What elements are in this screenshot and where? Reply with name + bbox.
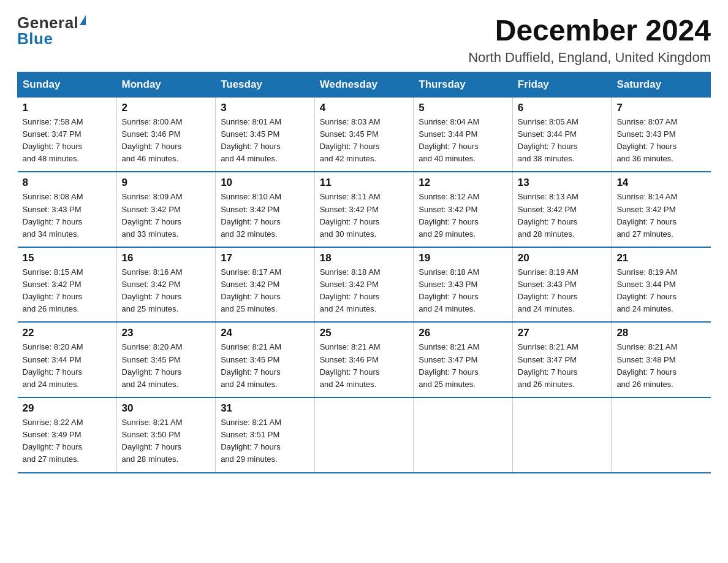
day-info: Sunrise: 8:11 AM Sunset: 3:42 PM Dayligh… <box>320 191 409 240</box>
day-info: Sunrise: 8:00 AM Sunset: 3:46 PM Dayligh… <box>122 116 211 166</box>
day-info: Sunrise: 8:16 AM Sunset: 3:42 PM Dayligh… <box>122 266 211 316</box>
calendar-header-wednesday: Wednesday <box>314 72 414 97</box>
calendar-cell: 14Sunrise: 8:14 AM Sunset: 3:42 PM Dayli… <box>612 172 711 247</box>
day-number: 25 <box>320 327 409 339</box>
calendar-cell: 2Sunrise: 8:00 AM Sunset: 3:46 PM Daylig… <box>116 97 216 172</box>
day-info: Sunrise: 8:01 AM Sunset: 3:45 PM Dayligh… <box>221 116 309 166</box>
calendar-cell: 29Sunrise: 8:22 AM Sunset: 3:49 PM Dayli… <box>18 397 117 473</box>
calendar-cell: 7Sunrise: 8:07 AM Sunset: 3:43 PM Daylig… <box>612 97 711 172</box>
calendar-week-row: 22Sunrise: 8:20 AM Sunset: 3:44 PM Dayli… <box>18 322 711 397</box>
day-info: Sunrise: 8:05 AM Sunset: 3:44 PM Dayligh… <box>518 116 607 166</box>
calendar-header-saturday: Saturday <box>612 72 711 97</box>
calendar-header-monday: Monday <box>116 72 216 97</box>
day-info: Sunrise: 8:21 AM Sunset: 3:47 PM Dayligh… <box>518 341 607 391</box>
calendar-cell: 3Sunrise: 8:01 AM Sunset: 3:45 PM Daylig… <box>216 97 315 172</box>
calendar-cell <box>414 397 513 473</box>
day-number: 14 <box>616 177 705 189</box>
calendar-cell: 23Sunrise: 8:20 AM Sunset: 3:45 PM Dayli… <box>116 322 216 397</box>
calendar-cell: 13Sunrise: 8:13 AM Sunset: 3:42 PM Dayli… <box>512 172 612 247</box>
day-number: 28 <box>616 327 705 339</box>
calendar-cell: 30Sunrise: 8:21 AM Sunset: 3:50 PM Dayli… <box>116 397 216 473</box>
day-info: Sunrise: 8:15 AM Sunset: 3:42 PM Dayligh… <box>23 266 112 316</box>
calendar-cell: 21Sunrise: 8:19 AM Sunset: 3:44 PM Dayli… <box>612 247 711 323</box>
day-info: Sunrise: 7:58 AM Sunset: 3:47 PM Dayligh… <box>23 116 112 166</box>
day-number: 20 <box>518 252 607 264</box>
day-number: 17 <box>221 252 309 264</box>
day-number: 16 <box>122 252 211 264</box>
calendar-header-tuesday: Tuesday <box>216 72 315 97</box>
day-number: 18 <box>320 252 409 264</box>
calendar-cell: 20Sunrise: 8:19 AM Sunset: 3:43 PM Dayli… <box>512 247 612 323</box>
calendar-cell: 24Sunrise: 8:21 AM Sunset: 3:45 PM Dayli… <box>216 322 315 397</box>
day-info: Sunrise: 8:04 AM Sunset: 3:44 PM Dayligh… <box>419 116 507 166</box>
calendar-header-thursday: Thursday <box>414 72 513 97</box>
calendar-cell: 5Sunrise: 8:04 AM Sunset: 3:44 PM Daylig… <box>414 97 513 172</box>
day-number: 1 <box>23 102 112 114</box>
day-info: Sunrise: 8:07 AM Sunset: 3:43 PM Dayligh… <box>616 116 705 166</box>
calendar-cell: 26Sunrise: 8:21 AM Sunset: 3:47 PM Dayli… <box>414 322 513 397</box>
calendar-header-sunday: Sunday <box>18 72 117 97</box>
calendar-cell: 6Sunrise: 8:05 AM Sunset: 3:44 PM Daylig… <box>512 97 612 172</box>
day-number: 27 <box>518 327 607 339</box>
day-info: Sunrise: 8:21 AM Sunset: 3:46 PM Dayligh… <box>320 341 409 391</box>
calendar-cell: 15Sunrise: 8:15 AM Sunset: 3:42 PM Dayli… <box>18 247 117 323</box>
day-info: Sunrise: 8:21 AM Sunset: 3:48 PM Dayligh… <box>616 341 705 391</box>
calendar-table: SundayMondayTuesdayWednesdayThursdayFrid… <box>17 72 711 473</box>
day-number: 5 <box>419 102 507 114</box>
day-number: 30 <box>122 402 211 415</box>
day-info: Sunrise: 8:09 AM Sunset: 3:42 PM Dayligh… <box>122 191 211 240</box>
day-number: 23 <box>122 327 211 339</box>
calendar-week-row: 8Sunrise: 8:08 AM Sunset: 3:43 PM Daylig… <box>18 172 711 247</box>
calendar-subtitle: North Duffield, England, United Kingdom <box>468 50 711 66</box>
calendar-header-friday: Friday <box>512 72 612 97</box>
day-number: 2 <box>122 102 211 114</box>
calendar-cell: 11Sunrise: 8:11 AM Sunset: 3:42 PM Dayli… <box>314 172 414 247</box>
page-header: General Blue December 2024 North Duffiel… <box>17 15 711 66</box>
calendar-cell: 25Sunrise: 8:21 AM Sunset: 3:46 PM Dayli… <box>314 322 414 397</box>
day-number: 24 <box>221 327 309 339</box>
day-info: Sunrise: 8:21 AM Sunset: 3:51 PM Dayligh… <box>221 416 309 466</box>
day-info: Sunrise: 8:12 AM Sunset: 3:42 PM Dayligh… <box>419 191 507 240</box>
calendar-cell <box>612 397 711 473</box>
calendar-cell: 16Sunrise: 8:16 AM Sunset: 3:42 PM Dayli… <box>116 247 216 323</box>
title-block: December 2024 North Duffield, England, U… <box>468 15 711 66</box>
day-info: Sunrise: 8:19 AM Sunset: 3:43 PM Dayligh… <box>518 266 607 316</box>
day-info: Sunrise: 8:21 AM Sunset: 3:50 PM Dayligh… <box>122 416 211 466</box>
day-number: 21 <box>616 252 705 264</box>
calendar-cell: 28Sunrise: 8:21 AM Sunset: 3:48 PM Dayli… <box>612 322 711 397</box>
calendar-cell: 22Sunrise: 8:20 AM Sunset: 3:44 PM Dayli… <box>18 322 117 397</box>
day-number: 12 <box>419 177 507 189</box>
day-number: 7 <box>616 102 705 114</box>
day-info: Sunrise: 8:19 AM Sunset: 3:44 PM Dayligh… <box>616 266 705 316</box>
day-number: 6 <box>518 102 607 114</box>
calendar-week-row: 29Sunrise: 8:22 AM Sunset: 3:49 PM Dayli… <box>18 397 711 473</box>
day-number: 15 <box>23 252 112 264</box>
calendar-cell: 1Sunrise: 7:58 AM Sunset: 3:47 PM Daylig… <box>18 97 117 172</box>
calendar-cell: 4Sunrise: 8:03 AM Sunset: 3:45 PM Daylig… <box>314 97 414 172</box>
day-info: Sunrise: 8:17 AM Sunset: 3:42 PM Dayligh… <box>221 266 309 316</box>
calendar-cell <box>314 397 414 473</box>
day-info: Sunrise: 8:18 AM Sunset: 3:43 PM Dayligh… <box>419 266 507 316</box>
day-info: Sunrise: 8:21 AM Sunset: 3:45 PM Dayligh… <box>221 341 309 391</box>
day-number: 10 <box>221 177 309 189</box>
day-number: 11 <box>320 177 409 189</box>
calendar-cell: 8Sunrise: 8:08 AM Sunset: 3:43 PM Daylig… <box>18 172 117 247</box>
day-info: Sunrise: 8:18 AM Sunset: 3:42 PM Dayligh… <box>320 266 409 316</box>
day-info: Sunrise: 8:10 AM Sunset: 3:42 PM Dayligh… <box>221 191 309 240</box>
day-number: 26 <box>419 327 507 339</box>
calendar-week-row: 1Sunrise: 7:58 AM Sunset: 3:47 PM Daylig… <box>18 97 711 172</box>
logo-triangle-icon <box>80 15 86 25</box>
day-number: 4 <box>320 102 409 114</box>
day-info: Sunrise: 8:08 AM Sunset: 3:43 PM Dayligh… <box>23 191 112 240</box>
day-info: Sunrise: 8:14 AM Sunset: 3:42 PM Dayligh… <box>616 191 705 240</box>
calendar-cell: 10Sunrise: 8:10 AM Sunset: 3:42 PM Dayli… <box>216 172 315 247</box>
day-number: 29 <box>23 402 112 415</box>
calendar-cell: 19Sunrise: 8:18 AM Sunset: 3:43 PM Dayli… <box>414 247 513 323</box>
day-info: Sunrise: 8:13 AM Sunset: 3:42 PM Dayligh… <box>518 191 607 240</box>
day-number: 3 <box>221 102 309 114</box>
calendar-cell <box>512 397 612 473</box>
calendar-cell: 27Sunrise: 8:21 AM Sunset: 3:47 PM Dayli… <box>512 322 612 397</box>
day-info: Sunrise: 8:22 AM Sunset: 3:49 PM Dayligh… <box>23 416 112 466</box>
day-number: 9 <box>122 177 211 189</box>
calendar-title: December 2024 <box>468 15 711 47</box>
